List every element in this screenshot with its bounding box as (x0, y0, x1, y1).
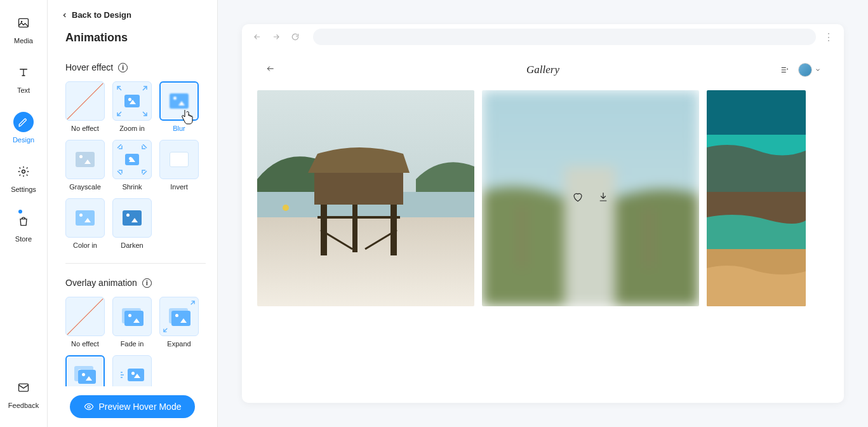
hover-option-grayscale[interactable]: Grayscale (65, 140, 105, 191)
overlay-option-expand[interactable]: Expand (159, 297, 199, 348)
hover-effect-section-label: Hover effect i (65, 62, 206, 72)
nav-label: Text (17, 86, 30, 94)
svg-point-1 (21, 21, 23, 23)
canvas-area: ⋮ Gallery (218, 0, 868, 427)
gallery-image-2[interactable] (482, 90, 699, 306)
svg-point-2 (22, 170, 25, 173)
design-icon (13, 112, 34, 132)
browser-refresh-button[interactable] (289, 30, 302, 43)
gallery (257, 90, 829, 388)
nav-item-design[interactable]: Design (13, 112, 34, 144)
zoom-in-icon (112, 81, 152, 121)
preview-browser: ⋮ Gallery (242, 24, 844, 403)
hover-option-darken[interactable]: Darken (112, 198, 152, 249)
browser-menu-button[interactable]: ⋮ (822, 31, 835, 43)
feedback-icon (13, 377, 34, 398)
back-to-design-button[interactable]: Back to Design (62, 10, 206, 20)
media-icon (13, 13, 34, 33)
page-account-menu[interactable] (798, 63, 821, 77)
hover-option-invert[interactable]: Invert (159, 140, 199, 191)
expand-icon (159, 297, 199, 336)
svg-rect-3 (19, 384, 29, 391)
browser-url-bar[interactable] (313, 29, 816, 45)
svg-rect-19 (647, 208, 651, 268)
nav-label: Store (15, 235, 32, 243)
browser-back-button[interactable] (251, 30, 264, 43)
nav-item-text[interactable]: Text (13, 62, 34, 94)
svg-rect-17 (564, 166, 615, 306)
hover-effect-grid: No effect Zoom in Blur (65, 81, 206, 249)
hover-option-no-effect[interactable]: No effect (65, 81, 105, 132)
store-icon (13, 211, 34, 231)
back-label: Back to Design (72, 10, 131, 20)
svg-point-15 (283, 205, 289, 211)
info-icon[interactable]: i (118, 63, 128, 72)
no-effect-icon (65, 297, 105, 336)
nav-label: Design (13, 136, 34, 144)
overlay-option-fade-in[interactable]: Fade in (112, 297, 152, 348)
badge-dot (18, 210, 22, 214)
gallery-image-1[interactable] (257, 90, 474, 306)
preview-page: Gallery (242, 50, 844, 403)
page-title: Gallery (526, 64, 559, 76)
shrink-icon (112, 140, 152, 179)
hover-option-color-in[interactable]: Color in (65, 198, 105, 249)
browser-forward-button[interactable] (270, 30, 283, 43)
svg-rect-7 (257, 217, 474, 306)
avatar (798, 63, 812, 77)
overlay-animation-section-label: Overlay animation i (65, 278, 206, 288)
nav-label: Feedback (8, 402, 39, 409)
hover-option-zoom-in[interactable]: Zoom in (112, 81, 152, 132)
download-icon[interactable] (598, 191, 609, 205)
svg-point-4 (88, 405, 90, 408)
svg-rect-0 (19, 18, 29, 27)
text-icon (13, 62, 34, 83)
nav-item-media[interactable]: Media (13, 13, 34, 44)
heart-icon[interactable] (572, 191, 584, 205)
no-effect-icon (65, 81, 105, 121)
preview-hover-mode-button[interactable]: Preview Hover Mode (70, 395, 196, 418)
nav-item-feedback[interactable]: Feedback (8, 377, 39, 409)
nav-label: Settings (11, 186, 36, 193)
design-panel: Back to Design Animations Hover effect i… (48, 0, 218, 427)
info-icon[interactable]: i (142, 278, 152, 288)
svg-rect-8 (314, 173, 403, 205)
eye-icon (84, 402, 94, 412)
nav-rail: Media Text Design Settings Store Feedbac… (0, 0, 48, 427)
divider (65, 263, 206, 264)
hover-option-blur[interactable]: Blur (159, 81, 199, 132)
nav-item-settings[interactable]: Settings (11, 161, 36, 193)
svg-rect-11 (352, 205, 357, 252)
page-back-button[interactable] (265, 64, 276, 76)
gallery-image-3[interactable] (707, 90, 806, 306)
panel-title: Animations (65, 31, 206, 44)
page-list-toggle-button[interactable] (779, 65, 791, 74)
overlay-option-slide[interactable] (112, 355, 152, 386)
overlay-option-pop[interactable] (65, 355, 105, 386)
settings-icon (13, 161, 34, 182)
slide-lines-icon (120, 371, 126, 379)
nav-item-store[interactable]: Store (13, 211, 34, 243)
svg-rect-18 (520, 205, 524, 268)
browser-toolbar: ⋮ (242, 24, 844, 50)
chevron-down-icon (815, 67, 821, 73)
chevron-left-icon (62, 12, 68, 18)
hover-option-shrink[interactable]: Shrink (112, 140, 152, 191)
nav-label: Media (14, 37, 33, 44)
overlay-option-no-effect[interactable]: No effect (65, 297, 105, 348)
overlay-animation-grid: No effect Fade in (65, 297, 206, 386)
